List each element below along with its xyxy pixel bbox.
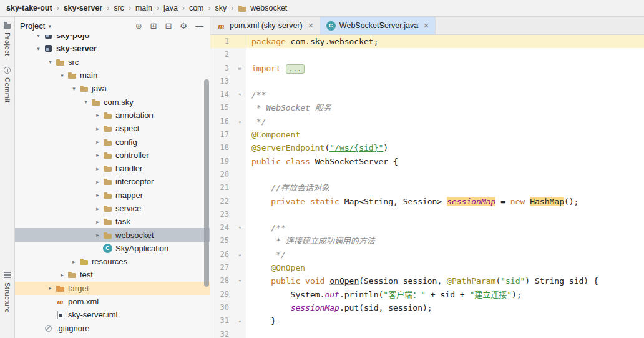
fold-marker-icon[interactable]: ▴ <box>234 115 246 128</box>
tree-item-pom-xml[interactable]: mpom.xml <box>15 295 210 308</box>
close-tab-icon[interactable]: × <box>308 21 313 31</box>
tree-item-label: test <box>80 270 93 279</box>
editor-line-30[interactable]: 30 sessionMap.put(sid, session); <box>210 301 644 314</box>
tree-item-aspect[interactable]: ▸aspect <box>15 122 210 135</box>
editor-line-3[interactable]: 3⊞import ... <box>210 62 644 75</box>
editor-line-19[interactable]: 19public class WebSocketServer { <box>210 155 644 168</box>
chevron-expanded-icon[interactable]: ▾ <box>80 99 91 105</box>
tree-item-test[interactable]: ▸test <box>15 268 210 281</box>
chevron-expanded-icon[interactable]: ▾ <box>33 46 44 52</box>
chevron-expanded-icon[interactable]: ▾ <box>57 72 67 79</box>
editor-tab-pom-xml-sky-server[interactable]: mpom.xml (sky-server)× <box>210 17 320 34</box>
project-panel-title[interactable]: Project ▾ <box>20 21 51 31</box>
editor-line-32[interactable]: 32 <box>210 328 644 338</box>
breadcrumb-item-main[interactable]: main <box>135 4 152 12</box>
editor-tab-websocketserver-java[interactable]: CWebSocketServer.java× <box>320 17 436 34</box>
fold-marker-icon[interactable]: ▴ <box>234 248 246 261</box>
chevron-collapsed-icon[interactable]: ▸ <box>45 285 56 291</box>
fold-marker-icon[interactable]: ▾ <box>234 274 246 287</box>
chevron-expanded-icon[interactable]: ▾ <box>33 35 44 39</box>
editor-line-1[interactable]: 1package com.sky.websocket; <box>210 35 644 48</box>
editor-line-20[interactable]: 20 <box>210 168 644 181</box>
fold-marker-icon[interactable]: ▾ <box>234 88 246 101</box>
breadcrumb-item-sky[interactable]: sky <box>215 4 227 12</box>
fold-marker-icon[interactable]: ▾ <box>234 221 246 234</box>
collapse-all-icon[interactable]: ⊟ <box>165 21 172 31</box>
editor-line-18[interactable]: 18@ServerEndpoint("/ws/{sid}") <box>210 141 644 154</box>
editor-line-17[interactable]: 17@Component <box>210 128 644 141</box>
chevron-collapsed-icon[interactable]: ▸ <box>69 259 79 265</box>
fold-marker-icon[interactable]: ▴ <box>234 314 246 327</box>
chevron-collapsed-icon[interactable]: ▸ <box>92 192 103 198</box>
line-number: 26 <box>210 248 234 261</box>
code-token <box>251 276 271 286</box>
tree-item-gitignore[interactable]: .gitignore <box>15 322 210 335</box>
editor-line-23[interactable]: 23 <box>210 208 644 221</box>
editor-line-14[interactable]: 14▾/** <box>210 88 644 101</box>
chevron-expanded-icon[interactable]: ▾ <box>45 59 56 65</box>
editor-line-21[interactable]: 21 //存放会话对象 <box>210 181 644 194</box>
tool-button-project[interactable]: Project <box>3 21 11 56</box>
tree-item-target[interactable]: ▸target <box>15 282 210 295</box>
chevron-collapsed-icon[interactable]: ▸ <box>92 219 103 225</box>
breadcrumb-item-sky-take-out[interactable]: sky-take-out <box>6 4 52 12</box>
editor-line-27[interactable]: 27 @OnOpen <box>210 261 644 274</box>
fold-marker-icon[interactable]: ⊞ <box>234 62 246 75</box>
editor-line-26[interactable]: 26▴ */ <box>210 248 644 261</box>
tree-item-sky-pojo[interactable]: ▾sky-pojo <box>15 35 210 42</box>
editor-line-13[interactable]: 13 <box>210 75 644 88</box>
tree-item-sky-server-iml[interactable]: sky-server.iml <box>15 308 210 321</box>
chevron-collapsed-icon[interactable]: ▸ <box>92 179 103 185</box>
code-text: } <box>246 314 276 327</box>
tool-button-commit[interactable]: Commit <box>3 66 11 103</box>
editor-line-25[interactable]: 25 * 连接建立成功调用的方法 <box>210 234 644 247</box>
tree-item-interceptor[interactable]: ▸interceptor <box>15 175 210 188</box>
tree-item-com-sky[interactable]: ▾com.sky <box>15 95 210 108</box>
breadcrumb-item-websocket[interactable]: websocket <box>238 4 287 13</box>
tree-item-service[interactable]: ▸service <box>15 202 210 215</box>
editor-line-24[interactable]: 24▾ /** <box>210 221 644 234</box>
tree-item-resources[interactable]: ▸resources <box>15 255 210 268</box>
tree-item-task[interactable]: ▸task <box>15 215 210 228</box>
editor-line-31[interactable]: 31▴ } <box>210 314 644 327</box>
breadcrumb-item-com[interactable]: com <box>189 4 204 12</box>
project-scrollbar[interactable] <box>204 79 209 287</box>
editor-line-2[interactable]: 2 <box>210 48 644 61</box>
close-tab-icon[interactable]: × <box>424 21 429 31</box>
tree-item-sky-server[interactable]: ▾sky-server <box>15 42 210 55</box>
editor-line-16[interactable]: 16▴ */ <box>210 115 644 128</box>
editor-line-28[interactable]: 28▾ public void onOpen(Session session, … <box>210 274 644 287</box>
chevron-expanded-icon[interactable]: ▾ <box>69 86 79 92</box>
tree-item-skyapplication[interactable]: CSkyApplication <box>15 242 210 255</box>
tree-item-config[interactable]: ▸config <box>15 135 210 148</box>
tree-item-websocket[interactable]: ▸websocket <box>15 228 210 241</box>
tree-item-handler[interactable]: ▸handler <box>15 162 210 175</box>
chevron-collapsed-icon[interactable]: ▸ <box>92 112 103 118</box>
tool-button-structure[interactable]: Structure <box>3 271 11 313</box>
hide-panel-icon[interactable]: — <box>195 21 203 31</box>
tree-item-controller[interactable]: ▸controller <box>15 149 210 162</box>
editor-line-22[interactable]: 22 private static Map<String, Session> s… <box>210 195 644 208</box>
locate-icon[interactable]: ⊕ <box>135 21 142 31</box>
tree-item-java[interactable]: ▾java <box>15 82 210 95</box>
chevron-collapsed-icon[interactable]: ▸ <box>92 232 103 238</box>
editor-line-29[interactable]: 29 System.out.println("客户端：" + sid + "建立… <box>210 288 644 301</box>
tree-item-src[interactable]: ▾src <box>15 56 210 69</box>
chevron-collapsed-icon[interactable]: ▸ <box>92 126 103 132</box>
tree-item-mapper[interactable]: ▸mapper <box>15 189 210 202</box>
editor-line-15[interactable]: 15 * WebSocket 服务 <box>210 101 644 114</box>
settings-gear-icon[interactable]: ⚙ <box>180 21 187 31</box>
tree-item-label: aspect <box>115 124 139 133</box>
chevron-collapsed-icon[interactable]: ▸ <box>92 139 103 145</box>
tree-item-annotation[interactable]: ▸annotation <box>15 109 210 122</box>
breadcrumb-item-src[interactable]: src <box>114 4 124 12</box>
chevron-collapsed-icon[interactable]: ▸ <box>57 272 67 278</box>
tree-item-main[interactable]: ▾main <box>15 69 210 82</box>
chevron-collapsed-icon[interactable]: ▸ <box>92 152 103 158</box>
chevron-collapsed-icon[interactable]: ▸ <box>92 206 103 212</box>
folded-imports[interactable]: ... <box>286 64 305 74</box>
breadcrumb-item-java[interactable]: java <box>163 4 178 12</box>
breadcrumb-item-sky-server[interactable]: sky-server <box>64 4 103 12</box>
chevron-collapsed-icon[interactable]: ▸ <box>92 166 103 172</box>
expand-all-icon[interactable]: ⊞ <box>150 21 157 31</box>
